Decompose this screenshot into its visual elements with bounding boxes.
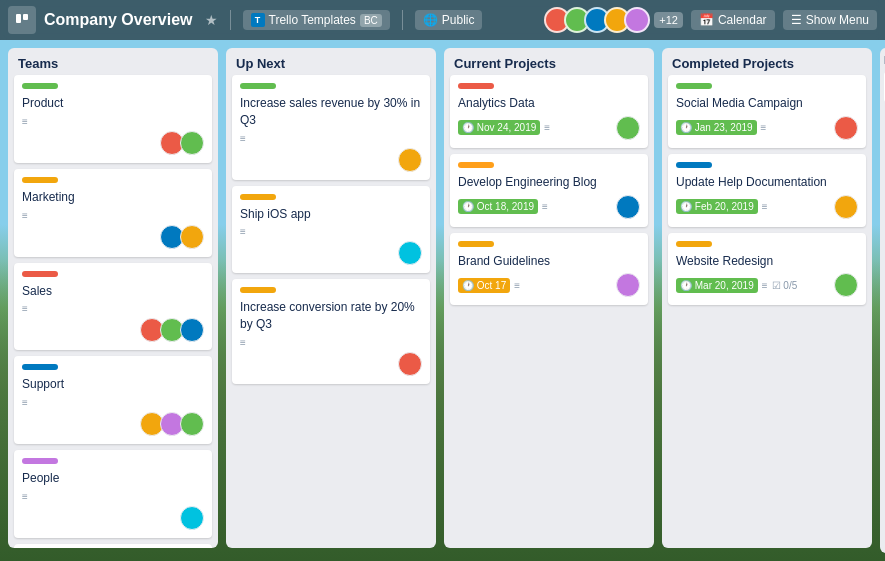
- card-footer: [22, 318, 204, 342]
- card-label: [676, 241, 712, 247]
- lines-icon: ≡: [22, 210, 204, 221]
- lines-icon: ≡: [240, 337, 422, 348]
- avatar: [180, 225, 204, 249]
- list-partial-title: B...: [880, 48, 885, 72]
- list-cards-completed: Social Media Campaign 🕐 Jan 23, 2019 ≡ U…: [662, 75, 872, 311]
- list-icon: ≡: [542, 201, 548, 212]
- card-people[interactable]: People ≡: [14, 450, 212, 538]
- lines-icon: ≡: [22, 303, 204, 314]
- card-avatars: [402, 148, 422, 172]
- card-avatars: [144, 318, 204, 342]
- card-meta: 🕐 Oct 18, 2019 ≡: [458, 199, 548, 214]
- card-label: [22, 83, 58, 89]
- card-brand-guidelines[interactable]: Brand Guidelines 🕐 Oct 17 ≡: [450, 233, 648, 306]
- list-cards-teams: Product ≡ Marketing ≡: [8, 75, 218, 548]
- card-date: 🕐 Oct 18, 2019: [458, 199, 538, 214]
- card-avatars: [402, 352, 422, 376]
- avatar: [398, 148, 422, 172]
- card-product[interactable]: Product ≡: [14, 75, 212, 163]
- card-label: [676, 162, 712, 168]
- card-title: Increase conversion rate by 20% by Q3: [240, 299, 422, 333]
- public-label: Public: [442, 13, 475, 27]
- card-footer: [240, 241, 422, 265]
- svg-rect-1: [23, 14, 28, 20]
- board-content: Teams Product ≡ Marketing ≡: [0, 40, 885, 561]
- list-icon: ≡: [762, 201, 768, 212]
- show-menu-button[interactable]: ☰ Show Menu: [783, 10, 877, 30]
- calendar-button[interactable]: 📅 Calendar: [691, 10, 775, 30]
- card-footer: 🕐 Mar 20, 2019 ≡ ☑ 0/5: [676, 273, 858, 297]
- list-icon: ≡: [544, 122, 550, 133]
- list-title-current: Current Projects: [444, 48, 654, 75]
- card-update-help[interactable]: Update Help Documentation 🕐 Feb 20, 2019…: [668, 154, 866, 227]
- lines-icon: ≡: [240, 226, 422, 237]
- card-avatars: [164, 225, 204, 249]
- list-title-up-next: Up Next: [226, 48, 436, 75]
- card-label: [22, 177, 58, 183]
- card-title: People: [22, 470, 204, 487]
- list-icon: ≡: [762, 280, 768, 291]
- list-partial-cards: C...re...: [880, 72, 885, 106]
- card-title: Brand Guidelines: [458, 253, 640, 270]
- card-date: 🕐 Nov 24, 2019: [458, 120, 540, 135]
- card-meta: 🕐 Nov 24, 2019 ≡: [458, 120, 550, 135]
- card-label: [22, 458, 58, 464]
- avatar: [398, 352, 422, 376]
- avatar: [616, 116, 640, 140]
- card-social-media[interactable]: Social Media Campaign 🕐 Jan 23, 2019 ≡: [668, 75, 866, 148]
- menu-icon: ☰: [791, 13, 802, 27]
- card-avatars: [838, 195, 858, 219]
- globe-icon: 🌐: [423, 13, 438, 27]
- avatar: [616, 195, 640, 219]
- avatar: [834, 195, 858, 219]
- list-icon: ≡: [514, 280, 520, 291]
- card-label: [22, 271, 58, 277]
- card-title: Develop Engineering Blog: [458, 174, 640, 191]
- lines-icon: ≡: [22, 116, 204, 127]
- avatar: [180, 506, 204, 530]
- card-footer: [240, 352, 422, 376]
- list-up-next: Up Next Increase sales revenue by 30% in…: [226, 48, 436, 548]
- lines-icon: ≡: [240, 133, 422, 144]
- card-footer: [22, 506, 204, 530]
- header-divider: [230, 10, 231, 30]
- card-support[interactable]: Support ≡: [14, 356, 212, 444]
- card-sales[interactable]: Sales ≡: [14, 263, 212, 351]
- list-teams: Teams Product ≡ Marketing ≡: [8, 48, 218, 548]
- card-ship-ios[interactable]: Ship iOS app ≡: [232, 186, 430, 274]
- public-button[interactable]: 🌐 Public: [415, 10, 483, 30]
- card-it[interactable]: IT ≡: [14, 544, 212, 548]
- avatar: [616, 273, 640, 297]
- card-increase-conversion[interactable]: Increase conversion rate by 20% by Q3 ≡: [232, 279, 430, 384]
- list-title-completed: Completed Projects: [662, 48, 872, 75]
- trello-icon: T: [251, 13, 265, 27]
- list-partial: B... C...re...: [880, 48, 885, 553]
- template-button[interactable]: T Trello Templates BC: [243, 10, 390, 30]
- app-logo[interactable]: [8, 6, 36, 34]
- calendar-label: Calendar: [718, 13, 767, 27]
- card-analytics[interactable]: Analytics Data 🕐 Nov 24, 2019 ≡: [450, 75, 648, 148]
- card-label: [458, 241, 494, 247]
- list-icon: ≡: [761, 122, 767, 133]
- show-menu-label: Show Menu: [806, 13, 869, 27]
- card-meta: 🕐 Oct 17 ≡: [458, 278, 520, 293]
- header-divider2: [402, 10, 403, 30]
- checklist-count: ☑ 0/5: [772, 280, 798, 291]
- avatar: [180, 412, 204, 436]
- card-avatars: [184, 506, 204, 530]
- svg-rect-0: [16, 14, 21, 23]
- card-title: Marketing: [22, 189, 204, 206]
- card-title: Sales: [22, 283, 204, 300]
- list-current-projects: Current Projects Analytics Data 🕐 Nov 24…: [444, 48, 654, 548]
- card-footer: [22, 225, 204, 249]
- members-avatars[interactable]: +12: [550, 7, 683, 33]
- card-dev-blog[interactable]: Develop Engineering Blog 🕐 Oct 18, 2019 …: [450, 154, 648, 227]
- card-increase-sales[interactable]: Increase sales revenue by 30% in Q3 ≡: [232, 75, 430, 180]
- card-avatars: [620, 195, 640, 219]
- card-avatars: [620, 273, 640, 297]
- card-date: 🕐 Feb 20, 2019: [676, 199, 758, 214]
- card-marketing[interactable]: Marketing ≡: [14, 169, 212, 257]
- card-date: 🕐 Jan 23, 2019: [676, 120, 757, 135]
- star-icon[interactable]: ★: [205, 12, 218, 28]
- card-website-redesign[interactable]: Website Redesign 🕐 Mar 20, 2019 ≡ ☑ 0/5: [668, 233, 866, 306]
